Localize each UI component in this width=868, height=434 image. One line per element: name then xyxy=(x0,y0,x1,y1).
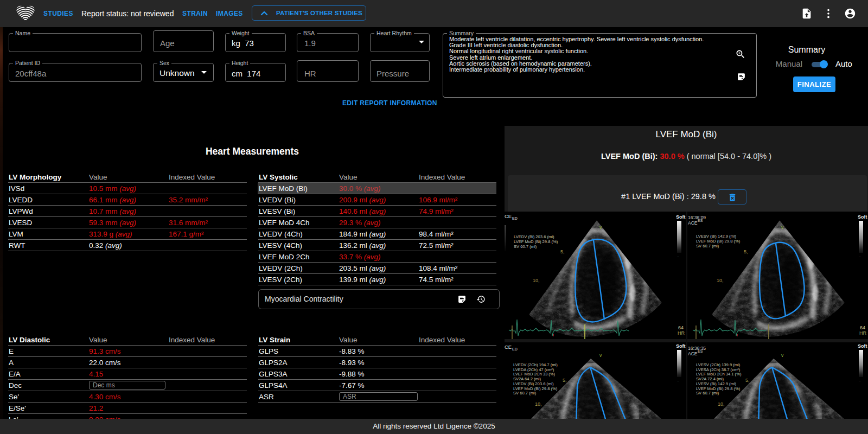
svg-text:ACE: ACE xyxy=(688,220,698,226)
svg-text:5,: 5, xyxy=(744,249,748,254)
svg-text:LVESA (2Ch) 38.7 (cm²): LVESA (2Ch) 38.7 (cm²) xyxy=(696,367,741,372)
svg-text:ES: ES xyxy=(698,219,703,222)
svg-text:10,: 10, xyxy=(535,401,542,407)
svg-text:LVEF MoD (Bi) 29.8 (%): LVEF MoD (Bi) 29.8 (%) xyxy=(696,386,741,391)
svg-text:CE: CE xyxy=(505,213,512,219)
svg-text:Soft: Soft xyxy=(858,343,867,349)
svg-text:..: .. xyxy=(677,379,679,382)
svg-text:LVEF MoD 2Ch 33 (%): LVEF MoD 2Ch 33 (%) xyxy=(513,372,556,376)
svg-text:LVESV (Bi) 142.9 (ml): LVESV (Bi) 142.9 (ml) xyxy=(696,234,737,239)
svg-text:SV 60.7 (ml): SV 60.7 (ml) xyxy=(696,244,719,248)
svg-text:..: .. xyxy=(859,254,861,258)
svg-text:LVEF MoD (Bi) 29.8 (%): LVEF MoD (Bi) 29.8 (%) xyxy=(514,239,558,244)
svg-text:10,: 10, xyxy=(717,278,724,283)
svg-text:SV 60.7 (ml): SV 60.7 (ml) xyxy=(696,391,719,395)
svg-text:HR: HR xyxy=(678,330,685,336)
svg-text:5,: 5, xyxy=(560,249,565,254)
svg-text:ED: ED xyxy=(512,216,518,220)
svg-text:LVEDV (Bi) 203.6 (ml): LVEDV (Bi) 203.6 (ml) xyxy=(513,381,554,386)
svg-text:SV2A 72.4 (ml): SV2A 72.4 (ml) xyxy=(696,376,724,381)
svg-text:SV 60.7 (ml): SV 60.7 (ml) xyxy=(513,391,537,395)
svg-text:5,: 5, xyxy=(745,378,750,383)
svg-text:Soft: Soft xyxy=(676,214,686,220)
svg-text:ES: ES xyxy=(698,349,703,353)
svg-text:LVEDA (2Ch) 47 (cm²): LVEDA (2Ch) 47 (cm²) xyxy=(513,367,554,372)
svg-text:..: .. xyxy=(859,379,861,382)
svg-text:64: 64 xyxy=(860,325,865,330)
svg-text:LVEF MoD (Bi) 29.8 (%): LVEF MoD (Bi) 29.8 (%) xyxy=(696,239,741,244)
svg-text:LVESV (Bi) 142.9 (ml): LVESV (Bi) 142.9 (ml) xyxy=(696,381,737,386)
svg-text:LVEF MoD 2Ch 34.1 (%): LVEF MoD 2Ch 34.1 (%) xyxy=(696,372,742,376)
svg-text:SV2A 64.2 (ml): SV2A 64.2 (ml) xyxy=(513,376,541,381)
svg-text:10,: 10, xyxy=(718,401,725,407)
svg-text:64: 64 xyxy=(678,325,684,330)
svg-text:16:36:09: 16:36:09 xyxy=(688,215,706,220)
svg-text:LVEF MoD (Bi) 29.8 (%): LVEF MoD (Bi) 29.8 (%) xyxy=(513,386,558,391)
svg-text:16:36:35: 16:36:35 xyxy=(688,346,706,351)
svg-text:LVESV (2Ch) 139.9 (ml): LVESV (2Ch) 139.9 (ml) xyxy=(696,362,741,367)
svg-text:ED: ED xyxy=(512,347,518,351)
svg-text:SV 60.7 (ml): SV 60.7 (ml) xyxy=(514,244,537,249)
svg-text:5,: 5, xyxy=(563,378,567,383)
svg-text:ACE: ACE xyxy=(688,351,698,356)
svg-text:..: .. xyxy=(677,254,679,258)
svg-text:Soft: Soft xyxy=(676,343,686,349)
svg-text:LVEDV (2Ch) 194.7 (ml): LVEDV (2Ch) 194.7 (ml) xyxy=(513,362,558,367)
svg-text:10,: 10, xyxy=(533,278,540,283)
svg-text:HR: HR xyxy=(859,330,866,336)
svg-text:LVEDV (Bi) 203.6 (ml): LVEDV (Bi) 203.6 (ml) xyxy=(514,234,554,239)
svg-text:Soft: Soft xyxy=(858,214,867,220)
svg-text:CE: CE xyxy=(505,344,512,350)
